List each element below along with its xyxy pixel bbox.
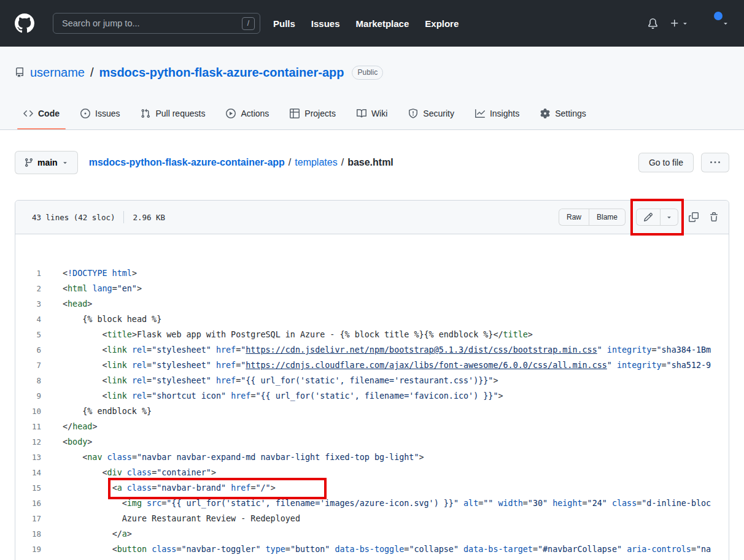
- branch-selector-button[interactable]: main: [15, 151, 78, 174]
- line-number[interactable]: 9: [15, 388, 48, 404]
- more-options-button[interactable]: [701, 153, 729, 172]
- code-text: <body>: [48, 434, 729, 450]
- code-text: <html lang="en">: [48, 281, 729, 296]
- pencil-icon: [643, 212, 653, 222]
- code-icon: [23, 109, 33, 118]
- file-meta: 43 lines (42 sloc) 2.96 KB: [25, 211, 165, 223]
- code-line: 7 <link rel="stylesheet" href="https://c…: [15, 358, 729, 373]
- tab-label: Settings: [555, 109, 586, 118]
- create-new-dropdown[interactable]: [670, 18, 689, 28]
- copy-icon: [689, 212, 699, 222]
- code-line: 12<body>: [15, 434, 729, 450]
- line-number[interactable]: 2: [15, 281, 48, 296]
- line-number[interactable]: 3: [15, 296, 48, 312]
- tab-label: Issues: [95, 109, 120, 118]
- breadcrumb-separator: /: [341, 157, 344, 168]
- tab-label: Projects: [304, 109, 336, 118]
- line-number[interactable]: 17: [15, 511, 48, 526]
- search-input[interactable]: [61, 18, 242, 29]
- nav-issues[interactable]: Issues: [311, 18, 340, 29]
- code-text: </head>: [48, 419, 729, 434]
- tab-settings[interactable]: Settings: [532, 97, 595, 129]
- line-number[interactable]: 20: [15, 557, 48, 560]
- line-number[interactable]: 5: [15, 327, 48, 342]
- line-number[interactable]: 14: [15, 465, 48, 480]
- line-number[interactable]: 19: [15, 542, 48, 557]
- header-nav: PullsIssuesMarketplaceExplore: [273, 18, 459, 29]
- copy-file-button[interactable]: [689, 212, 699, 222]
- line-number[interactable]: 6: [15, 342, 48, 358]
- chevron-down-icon: [722, 20, 729, 27]
- code-line: 8 <link rel="stylesheet" href="{{ url_fo…: [15, 373, 729, 388]
- tab-security[interactable]: Security: [400, 97, 463, 129]
- line-number[interactable]: 7: [15, 358, 48, 373]
- code-text: {% endblock %}: [48, 404, 729, 419]
- file-navigation-toolbar: main msdocs-python-flask-azure-container…: [15, 151, 729, 174]
- tab-label: Code: [38, 109, 60, 118]
- code-text: <title>Flask web app with PostgreSQL in …: [48, 327, 729, 342]
- delete-file-button[interactable]: [709, 212, 719, 222]
- line-number[interactable]: 4: [15, 312, 48, 327]
- code-line: 16 <img src="{{ url_for('static', filena…: [15, 496, 729, 511]
- go-to-file-button[interactable]: Go to file: [638, 153, 694, 172]
- tab-actions[interactable]: Actions: [217, 97, 277, 129]
- code-text: <link rel="stylesheet" href="{{ url_for(…: [48, 373, 729, 388]
- tab-projects[interactable]: Projects: [281, 97, 344, 129]
- line-number[interactable]: 16: [15, 496, 48, 511]
- nav-pulls[interactable]: Pulls: [273, 18, 295, 29]
- raw-blame-group: Raw Blame: [559, 209, 626, 226]
- code-text: <nav class="navbar navbar-expand-md navb…: [48, 450, 729, 465]
- line-number[interactable]: 10: [15, 404, 48, 419]
- global-search[interactable]: /: [53, 13, 260, 34]
- tab-pull-requests[interactable]: Pull requests: [132, 97, 214, 129]
- breadcrumb-repo-link[interactable]: msdocs-python-flask-azure-container-app: [89, 157, 285, 168]
- code-text: <img src="{{ url_for('static', filename=…: [48, 496, 729, 511]
- code-line: 19 <button class="navbar-toggler" type="…: [15, 542, 729, 557]
- line-number[interactable]: 18: [15, 526, 48, 542]
- line-number[interactable]: 13: [15, 450, 48, 465]
- line-number[interactable]: 12: [15, 434, 48, 450]
- visibility-badge: Public: [352, 66, 383, 80]
- line-number[interactable]: 8: [15, 373, 48, 388]
- breadcrumb: msdocs-python-flask-azure-container-app …: [89, 157, 393, 168]
- tab-label: Security: [423, 109, 454, 118]
- file-size-info: 2.96 KB: [133, 213, 165, 222]
- tab-code[interactable]: Code: [15, 97, 68, 129]
- nav-explore[interactable]: Explore: [425, 18, 459, 29]
- code-text: <link rel="stylesheet" href="https://cdn…: [48, 342, 729, 358]
- edit-dropdown-button[interactable]: [661, 209, 678, 226]
- breadcrumb-folder-link[interactable]: templates: [295, 157, 337, 168]
- code-text: {% block head %}: [48, 312, 729, 327]
- code-text: <link rel="shortcut icon" href="{{ url_f…: [48, 388, 729, 404]
- nav-marketplace[interactable]: Marketplace: [356, 18, 409, 29]
- repo-name-link[interactable]: msdocs-python-flask-azure-container-app: [99, 66, 344, 80]
- issue-opened-icon: [80, 109, 90, 118]
- user-menu[interactable]: [700, 13, 729, 33]
- code-line: 9 <link rel="shortcut icon" href="{{ url…: [15, 388, 729, 404]
- line-number[interactable]: 15: [15, 480, 48, 496]
- notifications-bell-icon[interactable]: [648, 18, 658, 29]
- edit-pencil-button[interactable]: [636, 209, 661, 226]
- code-line: 2<html lang="en">: [15, 281, 729, 296]
- line-number[interactable]: 1: [15, 266, 48, 281]
- code-line: 13 <nav class="navbar navbar-expand-md n…: [15, 450, 729, 465]
- github-logo-icon[interactable]: [15, 13, 34, 33]
- blame-button[interactable]: Blame: [589, 209, 626, 226]
- code-line: 5 <title>Flask web app with PostgreSQL i…: [15, 327, 729, 342]
- file-header: 43 lines (42 sloc) 2.96 KB Raw Blame: [15, 201, 729, 234]
- graph-icon: [475, 109, 485, 118]
- meta-divider: [123, 211, 124, 223]
- code-line: 10 {% endblock %}: [15, 404, 729, 419]
- file-view-box: 43 lines (42 sloc) 2.96 KB Raw Blame: [15, 200, 729, 560]
- notification-dot: [714, 12, 723, 20]
- tab-label: Insights: [490, 109, 519, 118]
- chevron-down-icon: [681, 20, 689, 27]
- line-number[interactable]: 11: [15, 419, 48, 434]
- raw-button[interactable]: Raw: [559, 209, 589, 226]
- tab-issues[interactable]: Issues: [72, 97, 128, 129]
- repo-owner-link[interactable]: username: [30, 66, 85, 80]
- tab-wiki[interactable]: Wiki: [348, 97, 396, 129]
- repo-title: username / msdocs-python-flask-azure-con…: [15, 63, 729, 82]
- tab-insights[interactable]: Insights: [467, 97, 528, 129]
- code-line: 15 <a class="navbar-brand" href="/">: [15, 480, 729, 496]
